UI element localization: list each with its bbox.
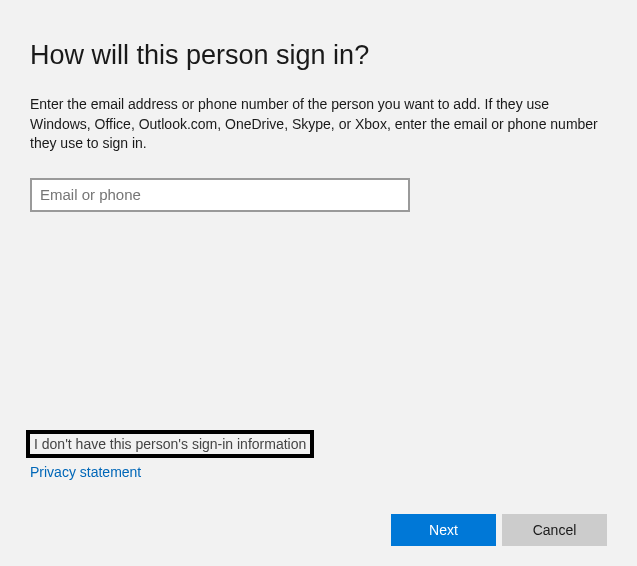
next-button[interactable]: Next <box>391 514 496 546</box>
no-signin-info-link[interactable]: I don't have this person's sign-in infor… <box>26 430 314 458</box>
bottom-links: I don't have this person's sign-in infor… <box>26 430 314 480</box>
cancel-button[interactable]: Cancel <box>502 514 607 546</box>
email-phone-input[interactable] <box>30 178 410 212</box>
signin-dialog: How will this person sign in? Enter the … <box>0 0 637 566</box>
privacy-statement-link[interactable]: Privacy statement <box>26 464 314 480</box>
button-row: Next Cancel <box>391 514 607 546</box>
description-text: Enter the email address or phone number … <box>30 95 600 154</box>
page-title: How will this person sign in? <box>30 40 607 71</box>
